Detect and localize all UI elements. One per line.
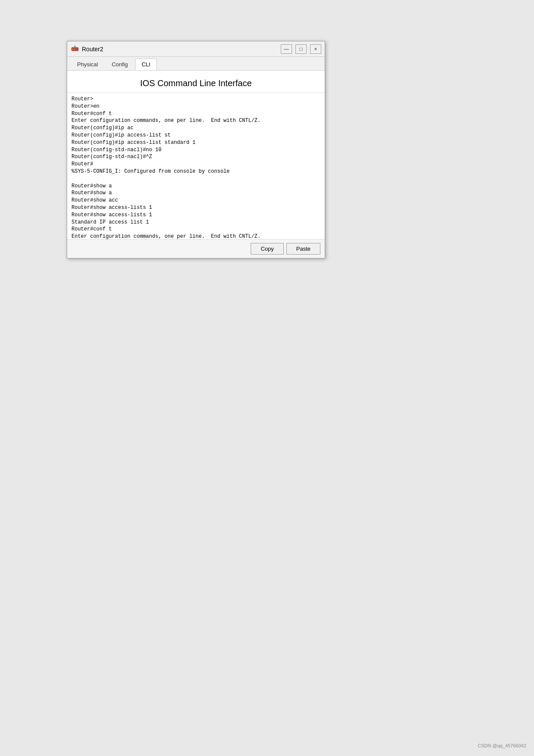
- tab-physical[interactable]: Physical: [71, 59, 104, 70]
- svg-point-1: [72, 48, 74, 50]
- minimize-button[interactable]: —: [281, 44, 292, 54]
- tab-cli[interactable]: CLI: [135, 59, 157, 70]
- copy-button[interactable]: Copy: [251, 243, 283, 255]
- cli-terminal[interactable]: Router> Router>en Router#conf t Enter co…: [67, 93, 325, 239]
- maximize-button[interactable]: □: [295, 44, 307, 54]
- tab-config[interactable]: Config: [105, 59, 134, 70]
- button-bar: Copy Paste: [67, 239, 325, 258]
- paste-button[interactable]: Paste: [286, 243, 320, 255]
- content-area: IOS Command Line Interface Router> Route…: [67, 71, 325, 258]
- title-bar: Router2 — □ ×: [67, 41, 325, 57]
- svg-point-2: [74, 48, 75, 50]
- section-title: IOS Command Line Interface: [67, 75, 325, 93]
- watermark: CSDN @qq_45766042: [478, 743, 526, 748]
- close-button[interactable]: ×: [310, 44, 321, 54]
- tab-bar: Physical Config CLI: [67, 57, 325, 71]
- router-icon: [71, 45, 79, 53]
- svg-rect-5: [75, 47, 75, 48]
- svg-point-3: [76, 48, 77, 50]
- title-bar-controls: — □ ×: [281, 44, 321, 54]
- window-title: Router2: [82, 46, 103, 53]
- title-bar-left: Router2: [71, 45, 103, 53]
- router2-window: Router2 — □ × Physical Config CLI IOS Co…: [67, 41, 325, 258]
- svg-rect-4: [74, 46, 76, 47]
